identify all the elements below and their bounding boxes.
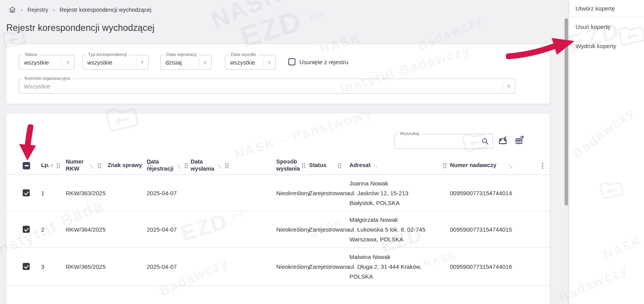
column-header-sposob-wyslania[interactable]: Sposób wysłania bbox=[276, 158, 302, 172]
shipping-date-filter-value: wszystkie bbox=[230, 59, 255, 66]
table-row[interactable]: 1 RKW/363/2025 2025-04-07 Nieokreślony Z… bbox=[6, 175, 550, 211]
chevron-down-icon[interactable]: ∨ bbox=[503, 82, 515, 91]
drag-handle-icon[interactable] bbox=[443, 163, 446, 168]
sort-icon[interactable]: ↑↓ bbox=[509, 163, 512, 168]
search-icon[interactable] bbox=[481, 137, 489, 147]
table-row[interactable]: 3 RKW/365/2025 2025-04-07 Nieokreślony Z… bbox=[6, 248, 550, 286]
column-header-lp[interactable]: Lp. bbox=[41, 162, 50, 169]
drag-handle-icon[interactable] bbox=[225, 163, 228, 168]
cell-lp: 3 bbox=[41, 263, 44, 270]
cell-adresat: Małgorzata Nowak ul. Łukowska 5 lok. 8, … bbox=[349, 215, 425, 244]
search-field[interactable]: Wyszukaj bbox=[394, 134, 493, 149]
cell-numer-rkw: RKW/365/2025 bbox=[66, 263, 106, 270]
cell-numer-rkw: RKW/364/2025 bbox=[66, 226, 106, 233]
cell-lp: 2 bbox=[41, 226, 44, 233]
cell-adresat: Joanna Nowak ul. Jaskrów 12, 15-213 Biał… bbox=[349, 178, 408, 208]
breadcrumb: › Rejestry › Rejestr korespondencji wych… bbox=[9, 6, 151, 13]
filters-panel: Status wszystkie ∨ Typ korespondencji ws… bbox=[6, 44, 550, 104]
print-envelope-button[interactable]: Wydruk koperty bbox=[569, 36, 644, 56]
column-header-znak-sprawy[interactable]: Znak sprawy bbox=[108, 162, 142, 169]
correspondence-type-filter-select[interactable]: Typ korespondencji wszystkie ∨ bbox=[82, 55, 149, 70]
shipping-date-filter-select[interactable]: Data wysyłki wszystkie ∨ bbox=[225, 55, 276, 70]
cell-numer-rkw: RKW/363/2025 bbox=[66, 190, 106, 196]
vertical-scrollbar[interactable] bbox=[565, 18, 568, 205]
delete-envelope-button[interactable]: Usuń kopertę bbox=[569, 17, 644, 36]
correspondence-type-filter-value: wszystkie bbox=[87, 59, 112, 66]
status-filter-select[interactable]: Status wszystkie ∨ bbox=[19, 55, 74, 70]
registration-date-filter-select[interactable]: Data rejestracji dzisiaj ∨ bbox=[160, 55, 212, 70]
watermark-text: NASK bbox=[207, 0, 285, 34]
status-filter-label: Status bbox=[23, 52, 40, 57]
home-icon[interactable] bbox=[9, 6, 16, 13]
registration-date-filter-label: Data rejestracji bbox=[164, 52, 198, 57]
org-units-filter-value: Wszystkie bbox=[24, 83, 50, 90]
column-header-numer-nadawczy[interactable]: Numer nadawczy bbox=[450, 162, 496, 169]
row-checkbox[interactable] bbox=[23, 263, 30, 270]
drag-handle-icon[interactable] bbox=[185, 163, 187, 168]
sort-icon[interactable]: ↑↓ bbox=[139, 163, 142, 168]
drag-handle-icon[interactable] bbox=[57, 163, 59, 168]
column-header-adresat[interactable]: Adresat bbox=[349, 162, 371, 169]
column-header-data-rejestracji[interactable]: Data rejestracji bbox=[147, 158, 177, 172]
register-table-panel: Wyszukaj Lp. ↑ Numer RKW ↑↓ Znak sprawy … bbox=[6, 113, 550, 304]
chevron-down-icon[interactable]: ∨ bbox=[62, 58, 74, 67]
correspondence-type-filter-label: Typ korespondencji bbox=[86, 52, 129, 57]
table-header-row: Lp. ↑ Numer RKW ↑↓ Znak sprawy ↑↓ Data r… bbox=[6, 156, 550, 175]
cell-sposob-wyslania: Nieokreślony bbox=[276, 226, 310, 233]
table-export-icon[interactable] bbox=[514, 135, 525, 146]
cell-data-rejestracji: 2025-04-07 bbox=[147, 190, 177, 196]
cell-sposob-wyslania: Nieokreślony bbox=[276, 190, 310, 196]
sort-asc-icon[interactable]: ↑ bbox=[50, 162, 53, 169]
column-header-status: Status bbox=[309, 162, 326, 169]
sort-icon[interactable]: ↑↓ bbox=[90, 163, 93, 168]
column-header-data-wyslania[interactable]: Data wysłania bbox=[191, 158, 219, 172]
deleted-from-register-label: Usunięte z rejestru bbox=[299, 59, 348, 65]
breadcrumb-separator: › bbox=[53, 6, 55, 13]
sort-icon[interactable]: ↑↓ bbox=[373, 163, 377, 168]
chevron-down-icon[interactable]: ∨ bbox=[263, 58, 275, 67]
table-row[interactable]: 2 RKW/364/2025 2025-04-07 Nieokreślony Z… bbox=[6, 211, 550, 248]
sort-icon[interactable]: ↑↓ bbox=[177, 163, 180, 168]
registration-date-filter-value: dzisiaj bbox=[165, 59, 182, 66]
cell-numer-nadawczy: 0095900773154744015 bbox=[450, 226, 512, 233]
cell-status: Zarejestrowana bbox=[309, 226, 349, 233]
cell-numer-nadawczy: 0095900773154744016 bbox=[450, 263, 512, 270]
breadcrumb-item-current: Rejestr korespondencji wychodzącej bbox=[59, 7, 151, 13]
chevron-down-icon[interactable]: ∨ bbox=[199, 58, 211, 67]
breadcrumb-item-rejestry[interactable]: Rejestry bbox=[27, 7, 48, 13]
cell-sposob-wyslania: Nieokreślony bbox=[276, 263, 310, 270]
row-checkbox[interactable] bbox=[23, 189, 30, 196]
actions-sidebar: Utwórz kopertę Usuń kopertę Wydruk koper… bbox=[569, 0, 644, 304]
sort-icon[interactable]: ↑↓ bbox=[294, 163, 298, 168]
cell-data-rejestracji: 2025-04-07 bbox=[147, 226, 177, 233]
breadcrumb-separator: › bbox=[21, 6, 23, 13]
search-input[interactable] bbox=[398, 136, 477, 147]
column-menu-icon[interactable]: ⋮ bbox=[539, 162, 546, 170]
watermark-text: RP bbox=[308, 9, 326, 24]
cell-status: Zarejestrowana bbox=[309, 190, 349, 196]
status-filter-value: wszystkie bbox=[24, 59, 49, 66]
cell-numer-nadawczy: 0095900773154744014 bbox=[450, 190, 512, 196]
cell-adresat: Malwina Nowak ul. Długa 2, 31-444 Kraków… bbox=[349, 252, 421, 281]
org-units-filter-select[interactable]: Komórki organizacyjne Wszystkie ∨ bbox=[19, 79, 515, 94]
sort-icon[interactable]: ↑↓ bbox=[218, 163, 221, 168]
drag-handle-icon[interactable] bbox=[302, 163, 305, 168]
cell-status: Zarejestrowana bbox=[309, 263, 349, 270]
checkbox-unchecked-icon[interactable] bbox=[288, 58, 295, 65]
search-label: Wyszukaj bbox=[398, 131, 421, 136]
create-envelope-button[interactable]: Utwórz kopertę bbox=[569, 0, 644, 17]
select-all-checkbox[interactable] bbox=[23, 162, 30, 169]
page-title: Rejestr korespondencji wychodzącej bbox=[6, 23, 155, 33]
row-checkbox[interactable] bbox=[23, 226, 30, 233]
shipping-date-filter-label: Data wysyłki bbox=[229, 52, 258, 57]
column-header-numer-rkw[interactable]: Numer RKW bbox=[66, 158, 90, 172]
cell-lp: 1 bbox=[41, 190, 44, 196]
drag-handle-icon[interactable] bbox=[98, 163, 101, 168]
cell-data-rejestracji: 2025-04-07 bbox=[147, 263, 177, 270]
ballot-box-check-icon[interactable] bbox=[498, 135, 508, 146]
chevron-down-icon[interactable]: ∨ bbox=[136, 58, 148, 67]
deleted-from-register-checkbox[interactable]: Usunięte z rejestru bbox=[288, 58, 348, 65]
drag-handle-icon[interactable] bbox=[338, 163, 341, 168]
org-units-filter-label: Komórki organizacyjne bbox=[23, 76, 72, 81]
